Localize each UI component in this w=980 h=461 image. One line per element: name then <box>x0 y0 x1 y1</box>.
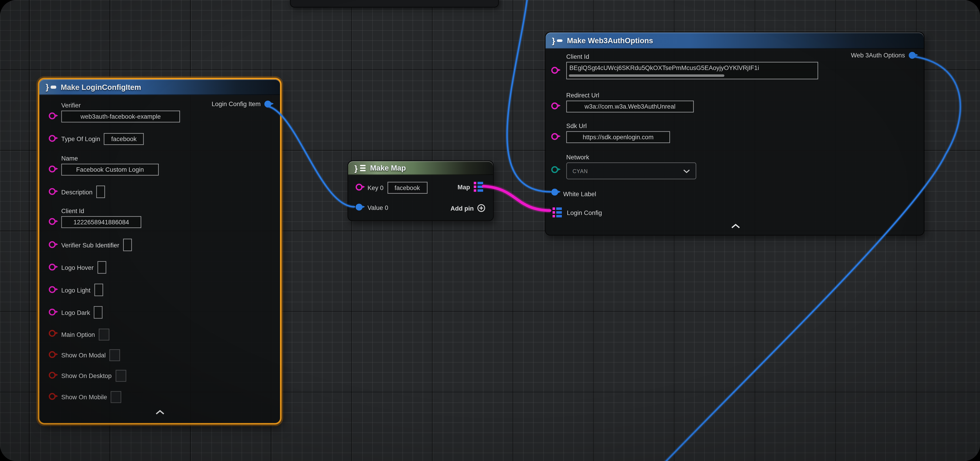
client-id-input[interactable]: BEglQSgt4cUWcj6SKRdu5QkOXTsePmMcusG5EAoy… <box>566 62 818 79</box>
logo-dark-label: Logo Dark <box>61 309 90 316</box>
logo-hover-pin[interactable] <box>49 264 56 270</box>
show-on-desktop-pin[interactable] <box>49 372 56 379</box>
client-id-field-group: Client Id 1222658941886084 <box>61 207 142 228</box>
verifier-sub-identifier-label: Verifier Sub Identifier <box>61 242 119 248</box>
verifier-sub-identifier-pin[interactable] <box>49 241 56 248</box>
wire-offscreen-to-white-label[interactable] <box>507 0 550 192</box>
client-id-field-group: Client Id BEglQSgt4cUWcj6SKRdu5QkOXTsePm… <box>566 53 818 79</box>
make-map-icon-list <box>360 165 366 171</box>
type-of-login-pin[interactable] <box>49 135 56 142</box>
logo-dark-input[interactable] <box>94 306 102 319</box>
key0-pin[interactable] <box>356 184 363 191</box>
node-make-map[interactable]: } Make Map Key 0 facebook Map Value 0 <box>347 161 494 221</box>
redirect-url-pin[interactable] <box>551 102 558 109</box>
client-id-pin[interactable] <box>551 67 558 74</box>
description-input[interactable] <box>96 186 105 198</box>
key0-label: Key 0 <box>368 184 383 191</box>
redirect-url-label: Redirect Url <box>566 92 694 99</box>
add-pin-label: Add pin <box>450 205 474 211</box>
name-field-group: Name Facebook Custom Login <box>61 155 159 176</box>
logo-hover-input[interactable] <box>97 261 106 274</box>
output-row: Login Config Item <box>212 101 271 108</box>
network-dropdown[interactable]: CYAN <box>566 162 696 179</box>
make-map-icon: } <box>354 164 358 172</box>
login-config-item-output-pin[interactable] <box>264 101 271 108</box>
key0-input[interactable]: facebook <box>387 181 427 194</box>
offscreen-node-bottom-edge[interactable] <box>290 0 499 8</box>
main-option-checkbox[interactable] <box>99 328 109 340</box>
show-on-desktop-checkbox[interactable] <box>115 370 126 382</box>
node-title: Make Map <box>370 164 406 172</box>
client-id-scrollbar[interactable] <box>569 74 724 77</box>
white-label-row: White Label <box>563 188 596 200</box>
show-on-mobile-row: Show On Mobile <box>61 391 121 403</box>
main-option-pin[interactable] <box>49 330 56 337</box>
network-pin[interactable] <box>551 166 558 173</box>
show-on-mobile-pin[interactable] <box>49 393 56 400</box>
main-option-row: Main Option <box>61 328 109 340</box>
web3auth-options-output-pin[interactable] <box>909 52 916 59</box>
name-pin[interactable] <box>49 165 56 172</box>
type-of-login-label: Type Of Login <box>61 135 100 142</box>
logo-hover-row: Logo Hover <box>61 261 106 274</box>
value0-label: Value 0 <box>368 204 388 211</box>
logo-dark-row: Logo Dark <box>61 306 103 319</box>
client-id-input[interactable]: 1222658941886084 <box>61 216 142 228</box>
value0-pin[interactable] <box>356 204 363 211</box>
add-pin-icon <box>477 204 486 213</box>
make-struct-icon-pin <box>557 39 563 42</box>
logo-light-pin[interactable] <box>49 286 56 293</box>
logo-dark-pin[interactable] <box>49 309 56 316</box>
login-config-row: Login Config <box>552 206 602 219</box>
description-label: Description <box>61 188 93 195</box>
sdk-url-label: Sdk Url <box>566 122 670 129</box>
show-on-modal-pin[interactable] <box>49 351 56 358</box>
wire-offscreen-to-white-label-glow <box>507 0 550 192</box>
redirect-url-field-group: Redirect Url w3a://com.w3a.Web3AuthUnrea… <box>566 92 694 113</box>
client-id-label: Client Id <box>566 53 818 60</box>
network-label: Network <box>566 154 696 161</box>
collapse-node-arrow[interactable] <box>731 224 741 229</box>
sdk-url-pin[interactable] <box>551 133 558 140</box>
description-pin[interactable] <box>49 188 56 195</box>
logo-light-input[interactable] <box>94 283 103 296</box>
name-label: Name <box>61 155 159 162</box>
verifier-input[interactable]: web3auth-facebook-example <box>61 111 180 122</box>
show-on-desktop-label: Show On Desktop <box>61 372 111 379</box>
login-config-pin[interactable] <box>552 207 562 218</box>
redirect-url-input[interactable]: w3a://com.w3a.Web3AuthUnreal <box>566 101 694 113</box>
verifier-sub-identifier-row: Verifier Sub Identifier <box>61 239 132 251</box>
verifier-pin[interactable] <box>49 113 56 119</box>
node-header[interactable]: } Make LoginConfigItem <box>39 79 280 95</box>
node-header[interactable]: } Make Map <box>348 161 493 175</box>
white-label-pin[interactable] <box>551 189 558 196</box>
logo-hover-label: Logo Hover <box>61 264 94 271</box>
sdk-url-input[interactable]: https://sdk.openlogin.com <box>566 131 670 143</box>
blueprint-editor: } Make LoginConfigItem Login Config Item… <box>0 0 980 461</box>
node-make-web3auth-options[interactable]: } Make Web3AuthOptions Web 3Auth Options… <box>545 32 924 235</box>
description-row: Description <box>61 186 105 198</box>
show-on-modal-label: Show On Modal <box>61 351 106 358</box>
show-on-mobile-checkbox[interactable] <box>111 391 121 403</box>
main-option-label: Main Option <box>61 331 95 338</box>
show-on-mobile-label: Show On Mobile <box>61 393 107 400</box>
node-header[interactable]: } Make Web3AuthOptions <box>546 32 924 49</box>
graph-canvas[interactable]: } Make LoginConfigItem Login Config Item… <box>0 0 980 461</box>
show-on-modal-checkbox[interactable] <box>110 349 120 361</box>
make-struct-icon: } <box>552 37 555 45</box>
output-row: Web 3Auth Options <box>851 52 916 59</box>
map-output-pin[interactable] <box>474 182 483 192</box>
node-make-login-config-item[interactable]: } Make LoginConfigItem Login Config Item… <box>39 79 280 423</box>
name-input[interactable]: Facebook Custom Login <box>61 164 159 176</box>
client-id-pin[interactable] <box>49 218 56 225</box>
collapse-node-arrow[interactable] <box>155 410 165 415</box>
verifier-sub-identifier-input[interactable] <box>123 239 132 251</box>
add-pin-button[interactable]: Add pin <box>450 204 486 213</box>
type-of-login-input[interactable]: facebook <box>104 133 144 145</box>
node-title: Make LoginConfigItem <box>60 83 141 91</box>
sdk-url-field-group: Sdk Url https://sdk.openlogin.com <box>566 122 670 143</box>
node-title: Make Web3AuthOptions <box>567 36 653 45</box>
login-config-label: Login Config <box>567 209 602 216</box>
verifier-field-group: Verifier web3auth-facebook-example <box>61 102 180 122</box>
network-field-group: Network CYAN <box>566 154 696 179</box>
